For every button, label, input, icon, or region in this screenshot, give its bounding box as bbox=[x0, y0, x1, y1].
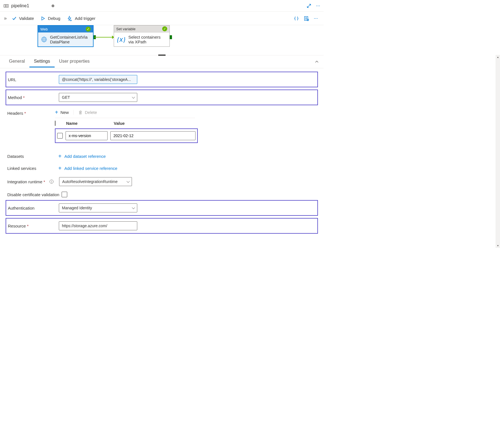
authentication-row: Authentication Managed Identity bbox=[6, 200, 318, 216]
chevron-down-icon bbox=[132, 206, 135, 209]
disable-cert-checkbox[interactable] bbox=[62, 192, 67, 197]
validate-button[interactable]: Validate bbox=[8, 14, 37, 23]
integration-runtime-select[interactable]: AutoResolveIntegrationRuntime bbox=[59, 177, 132, 186]
set-variable-activity[interactable]: Set variable ✓ {x} Select containers via… bbox=[114, 25, 170, 47]
globe-icon bbox=[41, 35, 47, 44]
integration-runtime-value: AutoResolveIntegrationRuntime bbox=[62, 179, 118, 184]
tab-general[interactable]: General bbox=[4, 56, 29, 67]
tab-settings[interactable]: Settings bbox=[29, 56, 55, 67]
expand-icon[interactable] bbox=[306, 3, 311, 8]
svg-rect-0 bbox=[4, 4, 5, 7]
play-icon bbox=[41, 16, 46, 21]
authentication-value: Managed Identity bbox=[62, 206, 92, 210]
resource-input[interactable] bbox=[59, 221, 137, 230]
properties-panel-tabs: General Settings User properties bbox=[0, 55, 324, 68]
info-icon[interactable]: i bbox=[50, 180, 54, 184]
integration-runtime-label: Integration runtime bbox=[7, 179, 45, 184]
expand-sidebar-button[interactable]: » bbox=[2, 15, 8, 21]
url-input[interactable]: @concat('https://', variables('storageA.… bbox=[59, 75, 137, 84]
add-dataset-button[interactable]: + Add dataset reference bbox=[58, 153, 106, 160]
method-row: Method GET bbox=[6, 90, 318, 105]
datasets-row: Datasets + Add dataset reference bbox=[6, 150, 318, 162]
connector-line bbox=[94, 37, 114, 37]
header-name-input[interactable] bbox=[66, 131, 108, 140]
authentication-select[interactable]: Managed Identity bbox=[59, 203, 137, 212]
debug-label: Debug bbox=[48, 16, 60, 21]
validate-label: Validate bbox=[19, 16, 34, 21]
disable-cert-label: Disable certificate validation bbox=[7, 192, 59, 197]
delete-header-button: Delete bbox=[73, 110, 97, 115]
method-value: GET bbox=[62, 95, 70, 100]
chevron-down-icon bbox=[132, 95, 135, 98]
integration-runtime-row: Integration runtime i AutoResolveIntegra… bbox=[6, 174, 318, 189]
header-name-col: Name bbox=[66, 121, 114, 126]
add-trigger-button[interactable]: Add trigger bbox=[64, 14, 99, 23]
svg-rect-2 bbox=[7, 4, 8, 7]
svg-rect-1 bbox=[6, 4, 7, 7]
header-value-input[interactable] bbox=[110, 131, 196, 140]
setvar-activity-name: Select containers via XPath bbox=[128, 35, 167, 44]
add-linked-service-label: Add linked service reference bbox=[64, 166, 117, 171]
method-select[interactable]: GET bbox=[59, 93, 137, 102]
success-check-icon: ✓ bbox=[86, 27, 91, 32]
datasets-label: Datasets bbox=[7, 154, 55, 159]
collapse-panel-icon[interactable] bbox=[315, 60, 319, 64]
resource-label: Resource bbox=[8, 224, 55, 228]
url-input-value: @concat('https://', variables('storageA.… bbox=[62, 77, 131, 82]
code-braces-icon[interactable] bbox=[294, 16, 299, 21]
modified-indicator-icon bbox=[52, 4, 54, 7]
panel-drag-handle[interactable] bbox=[158, 55, 166, 56]
lightning-plus-icon bbox=[67, 16, 73, 21]
plus-icon: + bbox=[58, 153, 62, 160]
linked-services-label: Linked services bbox=[7, 166, 55, 171]
plus-icon: + bbox=[55, 109, 58, 116]
setvar-activity-type-label: Set variable bbox=[116, 27, 136, 31]
setvar-activity-header: Set variable ✓ bbox=[114, 25, 169, 32]
url-row: URL @concat('https://', variables('stora… bbox=[6, 72, 318, 87]
properties-icon[interactable] bbox=[304, 16, 309, 21]
chevron-down-icon bbox=[127, 180, 130, 183]
web-activity-header: Web ✓ bbox=[38, 26, 93, 32]
plus-icon: + bbox=[58, 165, 62, 172]
disable-cert-row: Disable certificate validation bbox=[6, 189, 318, 200]
method-label: Method bbox=[8, 95, 55, 100]
header-row-checkbox[interactable] bbox=[57, 133, 63, 139]
authentication-label: Authentication bbox=[8, 206, 55, 210]
pipeline-icon bbox=[3, 3, 9, 9]
header-value-col: Value bbox=[114, 121, 316, 126]
pipeline-toolbar: » Validate Debug Add trigger ··· bbox=[0, 12, 324, 25]
web-activity-name: GetContainerListViaDataPlane bbox=[50, 35, 90, 44]
add-linked-service-button[interactable]: + Add linked service reference bbox=[58, 165, 117, 172]
toolbar-more-icon[interactable]: ··· bbox=[314, 15, 318, 21]
settings-panel: URL @concat('https://', variables('stora… bbox=[0, 68, 324, 261]
resource-row: Resource bbox=[6, 218, 318, 234]
headers-label: Headers bbox=[7, 109, 55, 116]
header-row bbox=[55, 128, 198, 143]
add-trigger-label: Add trigger bbox=[75, 16, 95, 21]
variable-x-icon: {x} bbox=[117, 36, 125, 43]
more-icon[interactable]: ··· bbox=[316, 3, 320, 9]
url-label: URL bbox=[8, 77, 55, 82]
web-activity[interactable]: Web ✓ GetContainerListViaDataPlane bbox=[38, 25, 94, 47]
debug-button[interactable]: Debug bbox=[37, 14, 64, 23]
success-check-icon: ✓ bbox=[162, 26, 167, 31]
pipeline-tab-header: pipeline1 ··· bbox=[0, 0, 324, 12]
tab-user-properties[interactable]: User properties bbox=[55, 56, 94, 67]
new-header-label: New bbox=[61, 110, 69, 115]
connector-output-stub[interactable] bbox=[170, 35, 172, 39]
trash-icon bbox=[78, 110, 83, 115]
delete-header-label: Delete bbox=[85, 110, 97, 115]
web-activity-type-label: Web bbox=[40, 27, 48, 31]
pipeline-title: pipeline1 bbox=[11, 3, 29, 8]
select-all-checkbox[interactable] bbox=[55, 121, 55, 126]
pipeline-canvas[interactable]: Web ✓ GetContainerListViaDataPlane Set v… bbox=[0, 25, 324, 55]
checkmark-icon bbox=[12, 16, 17, 21]
add-dataset-label: Add dataset reference bbox=[64, 154, 106, 159]
linked-services-row: Linked services + Add linked service ref… bbox=[6, 162, 318, 174]
new-header-button[interactable]: + New bbox=[55, 109, 69, 116]
